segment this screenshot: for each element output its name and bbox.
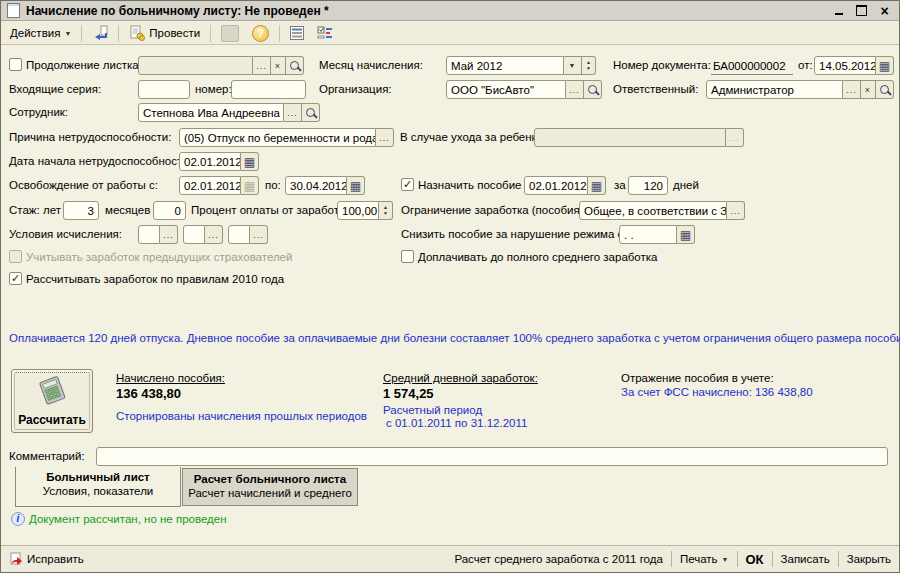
employee-field[interactable]: Степнова Ива Андреевна xyxy=(138,103,284,122)
continuation-checkbox[interactable] xyxy=(9,58,22,71)
ellipsis-button[interactable]: ... xyxy=(160,225,178,244)
footer-bar: Исправить Расчет среднего заработка с 20… xyxy=(1,545,899,572)
organization-field-group: ООО "БисАвто" ... xyxy=(446,80,602,99)
comment-field[interactable] xyxy=(96,447,888,466)
assign-days-field[interactable]: 120 xyxy=(628,176,668,195)
condition-3-field[interactable] xyxy=(228,225,250,244)
release-from-field[interactable]: 02.01.2012 xyxy=(179,176,241,195)
incoming-number-label: номер: xyxy=(195,83,232,95)
calendar-button: ▦ xyxy=(241,176,259,195)
ellipsis-button[interactable]: ... xyxy=(284,103,302,122)
fix-button[interactable]: Исправить xyxy=(9,552,84,566)
accrued-value: 136 438,80 xyxy=(116,386,181,401)
ok-button[interactable]: ОК xyxy=(746,552,764,567)
document-structure-button[interactable] xyxy=(285,23,309,43)
pay-full-label: Доплачивать до полного среднего заработк… xyxy=(418,251,657,263)
calendar-button[interactable]: ▦ xyxy=(876,56,894,75)
search-button[interactable] xyxy=(876,80,894,99)
calendar-button[interactable]: ▦ xyxy=(677,225,695,244)
search-icon xyxy=(290,61,299,70)
ellipsis-button[interactable]: ... xyxy=(253,56,271,75)
actions-menu-button[interactable]: Действия ▼ xyxy=(5,23,76,43)
assign-benefit-label: Назначить пособие с: xyxy=(418,179,534,191)
month-field[interactable]: Май 2012 xyxy=(446,56,564,75)
release-to-field[interactable]: 30.04.2012 xyxy=(285,176,347,195)
incoming-number-field[interactable] xyxy=(231,80,306,99)
reduce-date-field[interactable]: . . xyxy=(619,225,677,244)
footer-separator xyxy=(772,551,773,567)
calculate-button[interactable]: Рассчитать xyxy=(11,369,93,433)
earnings-limit-group: Общее, в соответствии с Закон ... xyxy=(579,201,745,220)
percent-field[interactable]: 100,00 xyxy=(337,201,379,220)
month-spinner[interactable]: ▲ ▼ xyxy=(582,56,596,75)
settings-list-button[interactable] xyxy=(312,23,338,43)
condition-1-field[interactable] xyxy=(138,225,160,244)
clear-button[interactable]: × xyxy=(271,56,286,75)
incapacity-start-field[interactable]: 02.01.2012 xyxy=(179,152,241,171)
ellipsis-button[interactable]: ... xyxy=(250,225,268,244)
footer-separator xyxy=(737,551,738,567)
clear-button[interactable]: × xyxy=(861,80,876,99)
minimize-button[interactable] xyxy=(830,3,847,18)
organization-label: Организация: xyxy=(319,83,392,95)
responsible-field-group: Администратор ... × xyxy=(706,80,894,99)
maximize-icon xyxy=(856,5,867,16)
pay-full-checkbox[interactable] xyxy=(401,250,414,263)
tab-sick-list[interactable]: Больничный лист Условия, показатели xyxy=(15,467,181,507)
responsible-field[interactable]: Администратор xyxy=(706,80,843,99)
assign-benefit-checkbox[interactable]: ✓ xyxy=(401,178,414,191)
month-dropdown-button[interactable]: ▼ xyxy=(564,56,582,75)
ellipsis-button[interactable]: ... xyxy=(205,225,223,244)
organization-field[interactable]: ООО "БисАвто" xyxy=(446,80,566,99)
ellipsis-button[interactable]: ... xyxy=(376,128,394,147)
ellipsis-button[interactable]: ... xyxy=(566,80,584,99)
incoming-series-field[interactable] xyxy=(138,80,190,99)
search-button[interactable] xyxy=(286,56,304,75)
help-button[interactable]: ? xyxy=(247,23,274,43)
assign-date-field[interactable]: 02.01.2012 xyxy=(524,176,588,195)
continuation-field[interactable] xyxy=(138,56,253,75)
avg-calc-button[interactable]: Расчет среднего заработка с 2011 года xyxy=(454,553,662,565)
print-button[interactable]: Печать ▼ xyxy=(680,553,729,565)
chevron-down-icon: ▼ xyxy=(569,62,577,69)
search-button[interactable] xyxy=(302,103,320,122)
calendar-button[interactable]: ▦ xyxy=(347,176,365,195)
doc-date-group: 14.05.2012 ▦ xyxy=(814,56,894,75)
condition-2-field[interactable] xyxy=(183,225,205,244)
spin-down-icon: ▼ xyxy=(586,66,591,71)
document-window: Начисление по больничному листу: Не пров… xyxy=(0,0,900,573)
calendar-button[interactable]: ▦ xyxy=(588,176,606,195)
percent-spinner[interactable]: ▲ ▼ xyxy=(379,201,393,220)
reread-button[interactable] xyxy=(87,23,113,43)
ellipsis-button[interactable]: ... xyxy=(727,201,745,220)
save-button[interactable]: Записать xyxy=(781,553,830,565)
experience-years-field[interactable]: 3 xyxy=(63,201,99,220)
earnings-limit-field[interactable]: Общее, в соответствии с Закон xyxy=(579,201,727,220)
tab-sick-list-calculation[interactable]: Расчет больничного листа Расчет начислен… xyxy=(182,468,358,506)
prev-insurers-label: Учитывать заработок предыдущих страховат… xyxy=(26,251,292,263)
reversed-note: Сторнированы начисления прошлых периодов xyxy=(116,410,367,422)
list-icon xyxy=(290,26,304,40)
experience-months-field[interactable]: 0 xyxy=(153,201,186,220)
rules2010-label: Рассчитывать заработок по правилам 2010 … xyxy=(26,273,284,285)
doc-number-field[interactable]: БА000000002 xyxy=(711,57,793,75)
incapacity-reason-label: Причина нетрудоспособности: xyxy=(9,131,171,143)
incapacity-reason-field[interactable]: (05) Отпуск по беременности и родам xyxy=(179,128,376,147)
incapacity-reason-group: (05) Отпуск по беременности и родам ... xyxy=(179,128,394,147)
post-button[interactable]: Провести xyxy=(124,23,205,43)
accrued-label: Начислено пособия: xyxy=(116,372,225,384)
spin-down-icon: ▼ xyxy=(383,211,388,216)
chevron-down-icon: ▼ xyxy=(64,30,71,37)
ellipsis-button[interactable]: ... xyxy=(843,80,861,99)
search-button[interactable] xyxy=(584,80,602,99)
close-form-button[interactable]: Закрыть xyxy=(847,553,891,565)
rules2010-checkbox[interactable]: ✓ xyxy=(9,272,22,285)
doc-date-field[interactable]: 14.05.2012 xyxy=(814,56,876,75)
childcare-field[interactable] xyxy=(534,128,726,147)
maximize-button[interactable] xyxy=(853,3,870,18)
calendar-button[interactable]: ▦ xyxy=(241,152,259,171)
release-to-label: по: xyxy=(265,179,281,191)
close-button[interactable]: × xyxy=(876,3,893,18)
toolbar-separator xyxy=(118,25,119,42)
title-bar: Начисление по больничному листу: Не пров… xyxy=(1,1,899,21)
